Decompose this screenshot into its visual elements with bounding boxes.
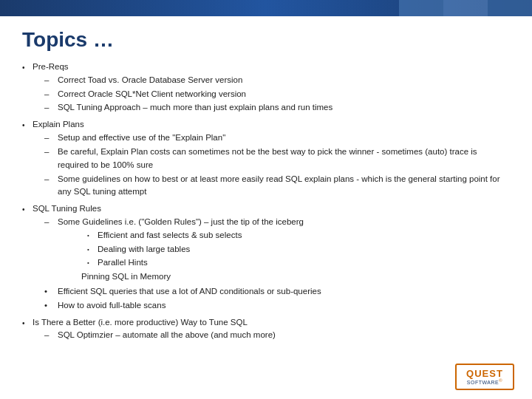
- optimizer-item: – SQL Optimzier – automate all the above…: [44, 329, 510, 342]
- prereq-item-3-text: SQL Tuning Approach – much more than jus…: [58, 101, 332, 115]
- golden-bullets: • Efficient and fast selects & sub selec…: [72, 229, 304, 284]
- prereq-item-2: – Correct Oracle SQL*Net Client networki…: [44, 88, 510, 101]
- golden-rules-text: Some Guidelines i.e. ("Golden Rules") – …: [58, 217, 304, 226]
- bullet-dot-4: •: [22, 318, 33, 330]
- explain-plans-label: Explain Plans: [33, 120, 84, 129]
- bullet-dot-3: •: [22, 204, 33, 216]
- pinning-sql-item: Pinning SQL in Memory: [81, 270, 304, 284]
- golden-bullet-1: • Efficient and fast selects & sub selec…: [87, 229, 304, 242]
- prereq-item-2-text: Correct Oracle SQL*Net Client networking…: [58, 88, 246, 101]
- banner-images: [399, 0, 532, 16]
- explain-item-3: – Some guidelines on how to best or at l…: [44, 173, 510, 200]
- explain-item-2-text: Be careful, Explain Plan costs can somet…: [58, 146, 510, 172]
- pinning-sql-text: Pinning SQL in Memory: [81, 272, 171, 281]
- slide: Topics … • Pre-Reqs – Correct Toad vs. O…: [0, 0, 532, 399]
- golden-bullet-3: • Parallel Hints: [87, 256, 304, 270]
- sql-tuning-section: • SQL Tuning Rules – Some Guidelines i.e…: [22, 202, 510, 313]
- quest-logo: QUEST SOFTWARE®: [455, 364, 514, 390]
- prereq-item-1: – Correct Toad vs. Oracle Database Serve…: [44, 74, 510, 87]
- golden-bullet-2-text: Dealing with large tables: [98, 243, 190, 256]
- prereqs-label: Pre-Reqs: [33, 62, 69, 71]
- top-banner: [0, 0, 532, 16]
- optimizer-text: SQL Optimzier – automate all the above (…: [58, 329, 276, 342]
- logo-sub: SOFTWARE®: [467, 378, 502, 385]
- sql-tuning-label: SQL Tuning Rules: [33, 204, 101, 213]
- golden-bullet-2: • Dealing with large tables: [87, 243, 304, 256]
- explain-item-3-text: Some guidelines on how to best or at lea…: [58, 173, 510, 200]
- logo-brand: QUEST: [466, 369, 503, 378]
- golden-bullet-3-text: Parallel Hints: [98, 256, 148, 270]
- explain-item-1-text: Setup and effective use of the "Explain …: [58, 132, 225, 145]
- content-area: • Pre-Reqs – Correct Toad vs. Oracle Dat…: [0, 58, 532, 352]
- efficient-sql-text: Efficient SQL queries that use a lot of …: [58, 285, 321, 299]
- prereq-item-3: – SQL Tuning Approach – much more than j…: [44, 101, 510, 115]
- golden-rules-item: – Some Guidelines i.e. ("Golden Rules") …: [44, 216, 510, 284]
- explain-plans-section: • Explain Plans – Setup and effective us…: [22, 118, 510, 200]
- prereqs-section: • Pre-Reqs – Correct Toad vs. Oracle Dat…: [22, 61, 510, 115]
- efficient-sql-item: • Efficient SQL queries that use a lot o…: [44, 285, 510, 299]
- better-way-section: • Is There a Better (i.e. more productiv…: [22, 316, 510, 344]
- logo-trademark: ®: [499, 378, 502, 383]
- avoid-fullscan-item: • How to avoid full-table scans: [44, 299, 510, 313]
- better-way-label: Is There a Better (i.e. more productive)…: [33, 318, 248, 327]
- explain-item-1: – Setup and effective use of the "Explai…: [44, 132, 510, 145]
- golden-bullet-1-text: Efficient and fast selects & sub selects: [98, 229, 242, 242]
- slide-title: Topics …: [22, 28, 510, 52]
- logo-area: QUEST SOFTWARE®: [455, 364, 514, 390]
- title-area: Topics …: [0, 16, 532, 58]
- avoid-fullscan-text: How to avoid full-table scans: [58, 299, 166, 313]
- prereq-item-1-text: Correct Toad vs. Oracle Database Server …: [58, 74, 242, 87]
- bullet-dot-2: •: [22, 120, 33, 132]
- explain-item-2: – Be careful, Explain Plan costs can som…: [44, 146, 510, 172]
- bullet-dot: •: [22, 62, 33, 74]
